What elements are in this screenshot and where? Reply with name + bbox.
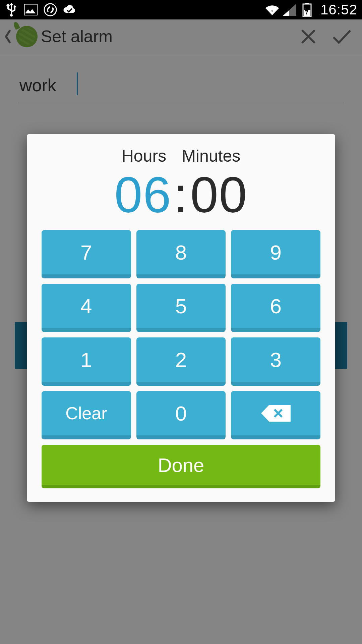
key-clear[interactable]: Clear: [42, 391, 131, 439]
key-0[interactable]: 0: [136, 391, 226, 439]
key-3[interactable]: 3: [231, 337, 320, 386]
done-button[interactable]: Done: [42, 445, 320, 488]
key-5[interactable]: 5: [136, 284, 226, 332]
image-icon: [24, 3, 38, 16]
minutes-value[interactable]: 00: [190, 170, 248, 220]
svg-point-1: [44, 4, 56, 16]
battery-charging-icon: [300, 3, 314, 16]
keypad: 7 8 9 4 5 6 1 2 3 Clear 0: [42, 230, 320, 439]
time-labels: Hours Minutes: [42, 146, 320, 166]
time-display: 06 : 00: [42, 170, 320, 220]
key-1[interactable]: 1: [42, 337, 131, 386]
backspace-icon: [261, 405, 291, 422]
svg-rect-0: [24, 4, 38, 15]
status-time: 16:52: [320, 2, 357, 18]
key-6[interactable]: 6: [231, 284, 320, 332]
key-8[interactable]: 8: [136, 230, 226, 278]
usb-icon: [5, 3, 18, 16]
hours-value[interactable]: 06: [114, 170, 172, 220]
wifi-icon: [265, 3, 279, 16]
signal-icon: [283, 3, 296, 16]
minutes-label: Minutes: [182, 146, 240, 166]
key-9[interactable]: 9: [231, 230, 320, 278]
status-left-icons: [5, 3, 76, 16]
shazam-icon: [44, 3, 57, 16]
key-7[interactable]: 7: [42, 230, 131, 278]
key-backspace[interactable]: [231, 391, 320, 439]
hours-label: Hours: [122, 146, 166, 166]
time-colon: :: [174, 170, 188, 220]
cloud-check-icon: [63, 3, 76, 16]
status-bar: 16:52: [0, 0, 362, 19]
time-picker-modal: Hours Minutes 06 : 00 7 8 9 4 5 6 1 2 3 …: [27, 134, 335, 502]
status-right-icons: 16:52: [265, 2, 357, 18]
key-2[interactable]: 2: [136, 337, 226, 386]
key-4[interactable]: 4: [42, 284, 131, 332]
